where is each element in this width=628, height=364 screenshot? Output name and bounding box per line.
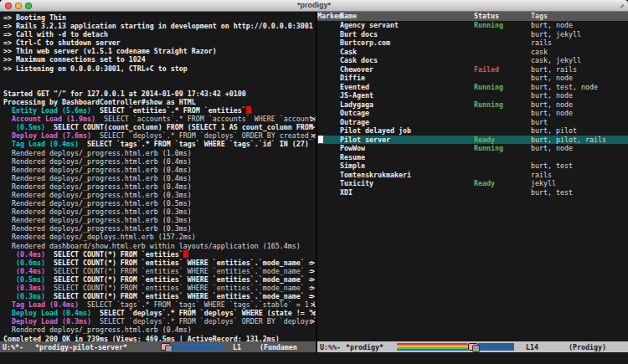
process-row[interactable]: Pilot serverReadyburt, pilot, rails — [317, 136, 628, 145]
log-segment: Rendered deploys/_progress.html.erb (0.3… — [3, 224, 192, 233]
process-marked-cell — [320, 91, 340, 100]
process-row[interactable]: Agency servantRunningburt, node — [317, 21, 628, 30]
process-row[interactable]: Outcageburt, node — [317, 109, 628, 118]
process-name: Resume — [340, 153, 474, 162]
log-line: (0.4ms) SELECT COUNT(*) FROM `entities` — [3, 250, 316, 259]
process-marked-cell — [320, 179, 340, 188]
log-segment: Rendered deploys/_progress.html.erb (0.4… — [3, 166, 192, 174]
trailing-whitespace-block — [183, 250, 188, 258]
log-segment: SELECT COUNT(*) FROM `entities` WHERE `e… — [45, 275, 316, 284]
process-status: Running — [474, 21, 531, 30]
process-row[interactable]: Burtcorp.comrails — [317, 38, 628, 48]
log-line: Rendered deploys/_progress.html.erb (0.3… — [3, 216, 316, 224]
truncation-marker: > — [311, 267, 315, 275]
nyan-sky-bar — [478, 343, 514, 351]
truncation-marker: > — [311, 123, 315, 131]
process-name: XDI — [340, 188, 474, 197]
process-status — [474, 109, 531, 118]
process-marked-cell — [320, 100, 340, 110]
process-status — [474, 126, 531, 136]
truncation-marker: > — [311, 259, 315, 267]
process-tags: burt, test — [531, 161, 628, 171]
log-pane[interactable]: => Booting Thin=> Rails 3.2.13 applicati… — [0, 12, 316, 341]
process-row[interactable]: TuxicityReadyjekyll — [317, 179, 628, 188]
log-segment: SELECT `deploys`.* FROM `deploys` ORDER … — [91, 317, 316, 326]
log-line: Started GET "/" for 127.0.0.1 at 2014-01… — [3, 90, 316, 98]
minibuffer[interactable] — [0, 352, 628, 364]
log-segment: (0.4ms) — [3, 250, 45, 259]
process-marked-cell — [320, 74, 340, 83]
process-row[interactable]: Diffieburt, node — [317, 74, 628, 83]
log-line: (0.5ms) SELECT COUNT(count_column) FROM … — [3, 123, 316, 131]
log-segment: SELECT `deploys`.* FROM `deploys` WHERE … — [91, 309, 316, 317]
process-row[interactable]: LadygagaRunningburt, node — [317, 100, 628, 110]
process-marked-cell — [320, 83, 340, 92]
emacs-panes: => Booting Thin=> Rails 3.2.13 applicati… — [0, 12, 628, 352]
process-row[interactable]: ChewoverFailedburt, rails — [317, 65, 628, 74]
process-row[interactable]: Caskcask — [317, 48, 628, 57]
log-line: => Call with -d to detach — [3, 30, 316, 38]
log-segment: Processing by DashboardController#show a… — [3, 98, 196, 106]
process-tags: burt, node — [531, 91, 628, 100]
process-marked-cell — [320, 21, 340, 30]
log-line: Rendered deploys/_progress.html.erb (0.3… — [3, 191, 316, 199]
log-segment: => Rails 3.2.13 application starting in … — [3, 22, 313, 30]
log-segment: SELECT COUNT(*) FROM `entities` — [45, 250, 183, 259]
process-row[interactable]: Pilot delayed jobburt, pilot — [317, 126, 628, 136]
log-line: Rendered deploys/_progress.html.erb (0.4… — [3, 157, 316, 166]
process-row[interactable]: Outrageburt — [317, 118, 628, 127]
log-line: Tag Load (0.4ms) SELECT `tags`.* FROM `t… — [3, 140, 316, 148]
log-line: Rendered deploys/_deploys.html.erb (157.… — [3, 233, 316, 241]
log-segment: (0.5ms) — [3, 275, 45, 284]
modeline-left-prefix: U:%*- — [3, 343, 23, 351]
log-line: (0.3ms) SELECT COUNT(*) FROM `entities` … — [3, 284, 316, 292]
process-row[interactable]: Simpleburt, test — [317, 161, 628, 171]
log-segment: Rendered deploys/_progress.html.erb (0.5… — [3, 199, 192, 208]
process-name: Burtcorp.com — [340, 38, 474, 48]
process-status: Running — [474, 100, 531, 110]
process-table-header: Marked Name Status Tags — [317, 12, 628, 21]
process-row[interactable]: Cask docscask, jekyll — [317, 56, 628, 65]
log-line: (0.6ms) SELECT COUNT(*) FROM `entities` … — [3, 259, 316, 267]
process-status — [474, 74, 531, 83]
log-line: (0.4ms) SELECT COUNT(*) FROM `entities` … — [3, 267, 316, 275]
process-marked-cell — [320, 65, 340, 74]
window-titlebar[interactable]: *prodigy* ↔ — [0, 0, 628, 12]
process-tags: burt, jekyll — [531, 30, 628, 39]
truncation-marker: > — [311, 317, 315, 326]
log-line: Rendered deploys/_progress.html.erb (0.4… — [3, 326, 316, 334]
process-row[interactable]: JS-Agentburt, node — [317, 91, 628, 100]
log-segment: (0.5ms) — [3, 123, 45, 131]
process-name: JS-Agent — [340, 91, 474, 100]
header-tags: Tags — [531, 12, 628, 21]
header-status: Status — [474, 12, 531, 21]
process-row[interactable]: Tomtenskrukmakerirails — [317, 171, 628, 180]
nyan-cat-icon — [468, 343, 478, 351]
process-status — [474, 171, 531, 180]
truncation-marker: > — [311, 115, 315, 123]
log-line: Deploy Load (0.4ms) SELECT `deploys`.* F… — [3, 309, 316, 317]
log-segment: Tag Load (0.4ms) — [3, 300, 79, 309]
process-name: Pilot delayed job — [340, 126, 474, 136]
log-buffer-pane[interactable]: => Booting Thin=> Rails 3.2.13 applicati… — [0, 12, 316, 352]
log-segment: => Call with -d to detach — [3, 30, 108, 38]
process-tags: cask — [531, 48, 628, 57]
log-line: => Ctrl-C to shutdown server — [3, 38, 316, 47]
prodigy-buffer-pane[interactable]: Marked Name Status Tags Agency servantRu… — [317, 12, 628, 352]
process-row[interactable]: Resume — [317, 153, 628, 162]
process-row[interactable]: Burt docsburt, jekyll — [317, 30, 628, 39]
process-marked-cell — [320, 144, 340, 153]
window-title: *prodigy* — [0, 1, 628, 9]
log-segment: SELECT `entities`.* FROM `entities` — [91, 106, 246, 115]
process-marked-cell — [320, 136, 340, 145]
process-row[interactable]: EventedRunningburt, test, node — [317, 83, 628, 92]
process-row[interactable]: PowWowRunningburt, node — [317, 144, 628, 153]
process-tags: burt, pilot — [531, 126, 628, 136]
log-segment: >> Listening on 0.0.0.0:3001, CTRL+C to … — [3, 64, 188, 73]
process-row[interactable]: XDIburt, test — [317, 188, 628, 197]
process-name: Ladygaga — [340, 100, 474, 110]
modeline-left-line-indicator: L1 — [233, 343, 241, 351]
modeline-left-buffer-name: *prodigy-pilot-server* — [35, 343, 127, 351]
process-name: Cask — [340, 48, 474, 57]
process-marked-cell — [320, 153, 340, 162]
